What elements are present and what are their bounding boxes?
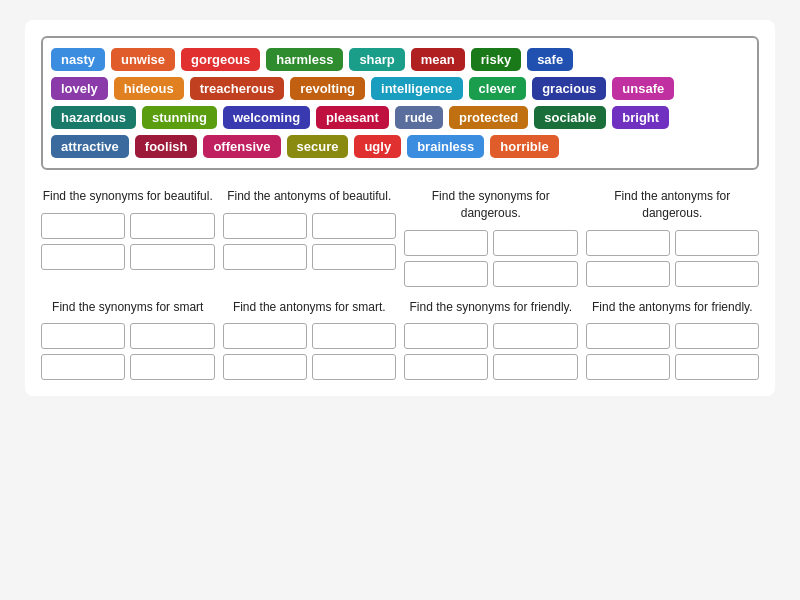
- main-container: nastyunwisegorgeousharmlesssharpmeanrisk…: [25, 20, 775, 396]
- answer-box[interactable]: [130, 354, 214, 380]
- exercise-group: Find the antonyms for smart.: [223, 299, 397, 381]
- word-chip[interactable]: ugly: [354, 135, 401, 158]
- answer-box[interactable]: [312, 323, 396, 349]
- answer-box[interactable]: [312, 213, 396, 239]
- word-chip[interactable]: unsafe: [612, 77, 674, 100]
- word-chip[interactable]: revolting: [290, 77, 365, 100]
- word-chip[interactable]: hazardous: [51, 106, 136, 129]
- word-bank: nastyunwisegorgeousharmlesssharpmeanrisk…: [41, 36, 759, 170]
- answer-box[interactable]: [223, 354, 307, 380]
- answer-box[interactable]: [312, 354, 396, 380]
- exercise-label: Find the antonyms for smart.: [233, 299, 386, 316]
- answer-box[interactable]: [586, 261, 670, 287]
- word-row: nastyunwisegorgeousharmlesssharpmeanrisk…: [51, 48, 749, 71]
- exercise-label: Find the antonyms of beautiful.: [227, 188, 391, 205]
- exercise-label: Find the synonyms for friendly.: [409, 299, 572, 316]
- answer-box[interactable]: [493, 323, 577, 349]
- word-chip[interactable]: safe: [527, 48, 573, 71]
- word-row: attractivefoolishoffensivesecureuglybrai…: [51, 135, 749, 158]
- answer-box[interactable]: [130, 323, 214, 349]
- word-chip[interactable]: clever: [469, 77, 527, 100]
- answer-box[interactable]: [223, 213, 307, 239]
- answer-box[interactable]: [493, 230, 577, 256]
- word-chip[interactable]: nasty: [51, 48, 105, 71]
- exercise-label: Find the synonyms for dangerous.: [404, 188, 578, 222]
- word-chip[interactable]: welcoming: [223, 106, 310, 129]
- answer-box[interactable]: [130, 213, 214, 239]
- word-chip[interactable]: attractive: [51, 135, 129, 158]
- exercise-group: Find the antonyms for dangerous.: [586, 188, 760, 287]
- answer-box[interactable]: [312, 244, 396, 270]
- input-grid: [223, 323, 397, 380]
- answer-box[interactable]: [223, 323, 307, 349]
- word-chip[interactable]: brainless: [407, 135, 484, 158]
- word-chip[interactable]: protected: [449, 106, 528, 129]
- answer-box[interactable]: [586, 230, 670, 256]
- word-row: lovelyhideoustreacherousrevoltingintelli…: [51, 77, 749, 100]
- word-chip[interactable]: hideous: [114, 77, 184, 100]
- word-chip[interactable]: stunning: [142, 106, 217, 129]
- answer-box[interactable]: [41, 323, 125, 349]
- answer-box[interactable]: [493, 354, 577, 380]
- word-chip[interactable]: bright: [612, 106, 669, 129]
- answer-box[interactable]: [675, 354, 759, 380]
- answer-box[interactable]: [404, 354, 488, 380]
- answer-box[interactable]: [586, 323, 670, 349]
- answer-box[interactable]: [493, 261, 577, 287]
- exercise-label: Find the synonyms for beautiful.: [43, 188, 213, 205]
- answer-box[interactable]: [404, 230, 488, 256]
- word-chip[interactable]: sociable: [534, 106, 606, 129]
- exercise-group: Find the synonyms for friendly.: [404, 299, 578, 381]
- word-chip[interactable]: offensive: [203, 135, 280, 158]
- word-row: hazardousstunningwelcomingpleasantrudepr…: [51, 106, 749, 129]
- word-chip[interactable]: intelligence: [371, 77, 463, 100]
- word-chip[interactable]: rude: [395, 106, 443, 129]
- answer-box[interactable]: [404, 261, 488, 287]
- word-chip[interactable]: sharp: [349, 48, 404, 71]
- answer-box[interactable]: [223, 244, 307, 270]
- exercises-grid: Find the synonyms for beautiful.Find the…: [41, 188, 759, 380]
- input-grid: [404, 230, 578, 287]
- word-chip[interactable]: mean: [411, 48, 465, 71]
- word-chip[interactable]: gorgeous: [181, 48, 260, 71]
- exercise-label: Find the synonyms for smart: [52, 299, 203, 316]
- word-chip[interactable]: secure: [287, 135, 349, 158]
- word-chip[interactable]: harmless: [266, 48, 343, 71]
- answer-box[interactable]: [675, 230, 759, 256]
- word-chip[interactable]: pleasant: [316, 106, 389, 129]
- answer-box[interactable]: [675, 261, 759, 287]
- word-chip[interactable]: foolish: [135, 135, 198, 158]
- answer-box[interactable]: [41, 354, 125, 380]
- input-grid: [404, 323, 578, 380]
- input-grid: [223, 213, 397, 270]
- input-grid: [586, 323, 760, 380]
- word-chip[interactable]: risky: [471, 48, 521, 71]
- answer-box[interactable]: [675, 323, 759, 349]
- answer-box[interactable]: [130, 244, 214, 270]
- input-grid: [41, 323, 215, 380]
- answer-box[interactable]: [586, 354, 670, 380]
- input-grid: [586, 230, 760, 287]
- word-chip[interactable]: lovely: [51, 77, 108, 100]
- exercise-group: Find the synonyms for dangerous.: [404, 188, 578, 287]
- exercise-group: Find the synonyms for smart: [41, 299, 215, 381]
- exercise-group: Find the antonyms of beautiful.: [223, 188, 397, 287]
- word-chip[interactable]: horrible: [490, 135, 558, 158]
- exercise-label: Find the antonyms for friendly.: [592, 299, 753, 316]
- exercise-group: Find the antonyms for friendly.: [586, 299, 760, 381]
- answer-box[interactable]: [404, 323, 488, 349]
- answer-box[interactable]: [41, 213, 125, 239]
- word-chip[interactable]: gracious: [532, 77, 606, 100]
- exercise-group: Find the synonyms for beautiful.: [41, 188, 215, 287]
- exercise-label: Find the antonyms for dangerous.: [586, 188, 760, 222]
- word-chip[interactable]: treacherous: [190, 77, 284, 100]
- word-chip[interactable]: unwise: [111, 48, 175, 71]
- answer-box[interactable]: [41, 244, 125, 270]
- input-grid: [41, 213, 215, 270]
